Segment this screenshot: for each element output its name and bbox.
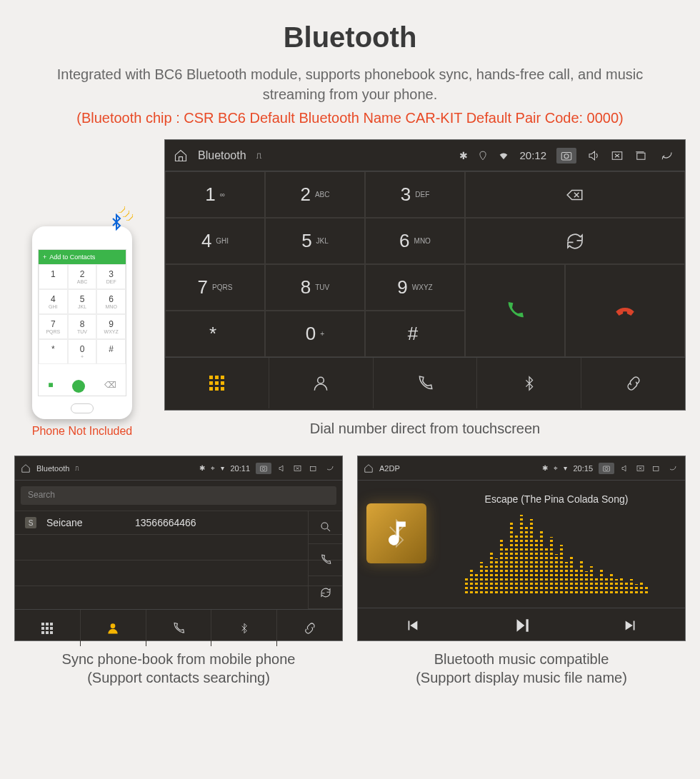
wifi-icon: [498, 150, 509, 161]
backspace-button[interactable]: [465, 171, 685, 218]
volume-icon[interactable]: [586, 149, 601, 162]
phone-key: 6MNO: [96, 289, 126, 314]
contact-row: [15, 561, 342, 586]
phone-key: 9WXYZ: [96, 314, 126, 339]
video-icon: ■: [48, 380, 53, 393]
contact-name: Seicane: [46, 517, 125, 528]
pair-tab[interactable]: [277, 610, 342, 646]
svg-rect-11: [604, 466, 610, 471]
phonebook-screen: Bluetooth ⎍ ✱ ⌖ ▾ 20:11 Search S Seicane…: [14, 456, 343, 641]
phone-footnote: Phone Not Included: [14, 425, 150, 438]
call-button[interactable]: [465, 264, 565, 357]
history-tab[interactable]: [146, 610, 212, 646]
spec-line: (Bluetooth chip : CSR BC6 Default Blueto…: [14, 110, 686, 126]
dial-key[interactable]: 7PQRS: [165, 264, 265, 311]
call-icon[interactable]: [309, 544, 342, 577]
svg-rect-5: [261, 466, 267, 471]
phonebook-caption: Sync phone-book from mobile phone (Suppo…: [14, 650, 343, 687]
dialer-screen: Bluetooth ⎍ ✱ 20:12 1∞2ABC3DEF4GHI5JKL6M…: [164, 139, 686, 411]
dial-key[interactable]: #: [365, 311, 465, 357]
back-icon[interactable]: [666, 464, 679, 473]
close-icon[interactable]: [611, 149, 624, 162]
call-button: [72, 380, 85, 393]
contact-row[interactable]: S Seicane 13566664466: [15, 511, 342, 535]
svg-rect-3: [637, 153, 645, 159]
wifi-icon: ▾: [564, 464, 567, 472]
hangup-button[interactable]: [565, 264, 685, 357]
dial-key[interactable]: 5JKL: [265, 218, 365, 264]
dialer-caption: Dial number direct from touchscreen: [164, 419, 686, 438]
home-icon[interactable]: [364, 463, 374, 473]
dial-key[interactable]: 1∞: [165, 171, 265, 218]
back-icon[interactable]: [324, 464, 336, 473]
dial-key[interactable]: 9WXYZ: [365, 264, 465, 311]
clock: 20:11: [230, 464, 250, 473]
bluetooth-status-icon: ✱: [542, 464, 548, 472]
keypad-tab[interactable]: [165, 358, 269, 408]
dial-key[interactable]: 6MNO: [365, 218, 465, 264]
location-icon: ⌖: [211, 464, 215, 473]
dial-keypad: 1∞2ABC3DEF4GHI5JKL6MNO7PQRS8TUV9WXYZ*0+#: [165, 171, 685, 357]
usb-icon: ⎍: [256, 151, 261, 161]
search-icon[interactable]: [309, 511, 342, 544]
dial-key[interactable]: 4GHI: [165, 218, 265, 264]
phone-key: 8TUV: [68, 314, 97, 339]
close-icon[interactable]: [636, 464, 645, 473]
status-bar: A2DP ✱ ⌖ ▾ 20:15: [358, 456, 685, 481]
contacts-tab[interactable]: [269, 358, 374, 408]
clock: 20:12: [519, 149, 546, 161]
redial-button[interactable]: [465, 218, 685, 264]
dial-key[interactable]: 3DEF: [365, 171, 465, 218]
volume-icon[interactable]: [620, 464, 630, 473]
bluetooth-status-icon: ✱: [199, 464, 205, 472]
recent-icon[interactable]: [651, 464, 661, 473]
home-icon[interactable]: [21, 463, 31, 473]
recent-icon[interactable]: [634, 149, 648, 162]
close-icon[interactable]: [293, 464, 302, 473]
album-art: [366, 503, 426, 563]
contacts-tab-active[interactable]: [81, 610, 146, 646]
usb-icon: ⎍: [75, 465, 79, 472]
phone-key: 2ABC: [68, 264, 97, 289]
dial-key[interactable]: *: [165, 311, 265, 357]
camera-icon[interactable]: [256, 463, 271, 474]
phone-mockup: ⟯⟯⟯ + Add to Contacts 12ABC3DEF4GHI5JKL6…: [32, 226, 132, 419]
dial-key[interactable]: 2ABC: [265, 171, 365, 218]
volume-icon[interactable]: [277, 464, 287, 473]
phone-key: 3DEF: [96, 264, 126, 289]
svg-rect-0: [561, 152, 571, 160]
camera-icon[interactable]: [599, 463, 614, 474]
next-button[interactable]: [623, 618, 639, 633]
search-input[interactable]: Search: [21, 486, 336, 505]
dial-key[interactable]: 0+: [265, 311, 365, 357]
phone-header: + Add to Contacts: [39, 250, 126, 264]
bluetooth-tab[interactable]: [477, 358, 581, 408]
svg-point-1: [564, 154, 569, 158]
phone-key: 1: [39, 264, 68, 289]
history-tab[interactable]: [374, 358, 478, 408]
page-subtitle: Integrated with BC6 Bluetooth module, su…: [36, 64, 664, 104]
bluetooth-tab[interactable]: [211, 610, 277, 646]
svg-point-4: [318, 377, 324, 383]
music-screen: A2DP ✱ ⌖ ▾ 20:15 Escape (The Pina Colada…: [357, 456, 686, 641]
back-icon[interactable]: [658, 149, 676, 162]
bottom-nav: [15, 609, 342, 646]
refresh-icon[interactable]: [309, 576, 342, 609]
svg-rect-8: [311, 466, 316, 471]
play-pause-button[interactable]: [512, 616, 531, 635]
phone-key: 4GHI: [39, 289, 68, 314]
pair-tab[interactable]: [581, 358, 685, 408]
camera-icon[interactable]: [556, 148, 576, 164]
home-icon[interactable]: [174, 149, 188, 163]
dial-key[interactable]: 8TUV: [265, 264, 365, 311]
bottom-nav: [165, 357, 685, 408]
music-caption: Bluetooth music compatible (Support disp…: [357, 650, 686, 687]
contact-badge: S: [25, 517, 36, 528]
svg-point-6: [262, 467, 265, 470]
phone-key: 5JKL: [68, 289, 97, 314]
status-bar: Bluetooth ⎍ ✱ ⌖ ▾ 20:11: [15, 456, 342, 481]
prev-button[interactable]: [404, 618, 420, 633]
recent-icon[interactable]: [308, 464, 318, 473]
wifi-icon: ▾: [221, 464, 224, 472]
keypad-tab[interactable]: [15, 610, 81, 646]
